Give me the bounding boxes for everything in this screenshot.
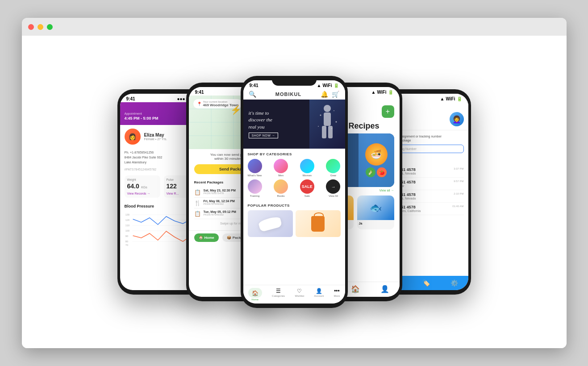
app-title: MOBIKUL (275, 92, 301, 97)
tab-home[interactable]: 🏠 Home (194, 233, 219, 242)
map-pin-icon: 📍 (197, 102, 202, 106)
package-icon-2: 🍴 (194, 200, 201, 206)
category-whats-new[interactable]: What's New (248, 159, 262, 177)
recipes-nav-user[interactable]: 👤 (380, 285, 389, 293)
svg-rect-21 (322, 126, 326, 138)
svg-point-23 (320, 115, 321, 116)
nav-more[interactable]: ••• More (332, 287, 342, 302)
maximize-button[interactable] (47, 24, 53, 30)
browser-titlebar (22, 18, 567, 36)
svg-point-24 (334, 110, 334, 111)
mobikul-hero: it's time todiscover thereal you SHOP NO… (243, 100, 345, 149)
product-shoe[interactable] (248, 210, 293, 237)
food-visual-3: 🍅 (377, 167, 387, 177)
browser-content: 9:41 ●●● ▲ 🔋 Appointment 4:45 PM - 5:00 … (22, 36, 567, 348)
popular-title: POPULAR PRODUCTS (248, 204, 341, 208)
category-women[interactable]: Women (300, 159, 314, 177)
weight-card: Weight 64.0 KGs View Records → (125, 175, 160, 198)
svg-text:70: 70 (125, 243, 128, 246)
recipe-card-2[interactable]: 🐟 Ja (357, 195, 394, 229)
account-nav-icon: 👤 (316, 288, 322, 294)
nav-more-label: More (334, 295, 340, 297)
svg-text:130: 130 (125, 213, 129, 216)
svg-text:120: 120 (125, 218, 129, 221)
svg-point-25 (335, 121, 337, 123)
svg-text:80: 80 (125, 240, 128, 242)
svg-text:110: 110 (125, 224, 129, 226)
nav-home[interactable]: 🏠 Home (246, 287, 264, 302)
shop-categories: SHOP BY CATEGORIES What's New Men (243, 149, 345, 202)
food-visual-1: 🍜 (365, 143, 388, 166)
search-icon[interactable]: 🔍 (249, 91, 256, 98)
food-visual-2: 🥬 (366, 167, 375, 177)
browser-window: 9:41 ●●● ▲ 🔋 Appointment 4:45 PM - 5:00 … (22, 18, 567, 348)
mobikul-bottom-nav: 🏠 Home ☰ Categories ♡ Wishlist (243, 285, 345, 304)
nav-account-label: Account (314, 295, 324, 297)
weight-unit: KGs (141, 186, 147, 189)
bell-icon[interactable]: 🔔 (321, 91, 328, 98)
home-icon: 🏠 (199, 236, 203, 240)
packages-icon: 📦 (227, 236, 231, 240)
category-gear[interactable]: Gear (326, 159, 340, 177)
svg-text:90: 90 (125, 234, 128, 237)
view-records-label2: View R... (167, 192, 179, 195)
view-records-btn[interactable]: View Records → (127, 192, 158, 195)
nav-categories-label: Categories (272, 295, 285, 297)
categories-title: SHOP BY CATEGORIES (248, 152, 341, 156)
category-training[interactable]: Training (248, 179, 262, 197)
patient-avatar: 👩 (125, 129, 141, 145)
add-button[interactable]: + (382, 105, 394, 118)
nav-categories[interactable]: ☰ Categories (270, 287, 287, 302)
phones-container: 9:41 ●●● ▲ 🔋 Appointment 4:45 PM - 5:00 … (49, 45, 540, 339)
bag-visual (311, 216, 325, 232)
nav-wishlist[interactable]: ♡ Wishlist (293, 287, 306, 302)
tracking-time-1: 3:37 PM (454, 167, 463, 170)
weight-label: Weight (127, 178, 158, 181)
men-circle (274, 159, 288, 173)
lightning-icon: ⚡ (230, 104, 242, 115)
mobikul-time: 9:41 (250, 83, 259, 88)
svg-point-26 (318, 126, 319, 127)
categories-row-2: Training Books SALE Sale → (248, 179, 341, 197)
nav-account[interactable]: 👤 Account (313, 287, 326, 302)
phone-notch (272, 76, 317, 86)
wishlist-nav-icon: ♡ (297, 288, 302, 294)
training-circle (248, 179, 262, 194)
cart-icon[interactable]: 🛒 (332, 91, 339, 98)
recipes-nav-home[interactable]: 🏠 (351, 285, 360, 293)
category-view-all[interactable]: → View All (326, 179, 340, 197)
food-visual-row: 🥬 🍅 (366, 167, 387, 177)
tracking-nav-tag[interactable]: 🏷️ (422, 279, 430, 287)
recipe-name-2: Ja (359, 222, 392, 225)
svg-point-19 (324, 105, 331, 112)
category-books[interactable]: Books (274, 179, 288, 197)
svg-rect-22 (328, 126, 333, 138)
hero-text-area: it's time todiscover thereal you SHOP NO… (243, 105, 309, 143)
category-sale[interactable]: SALE Sale (300, 179, 314, 197)
svg-rect-20 (324, 112, 331, 126)
delivery-time: 9:41 (195, 90, 204, 95)
patient-name: Eliza May (144, 133, 167, 137)
package-icon-1: 📋 (194, 189, 201, 195)
tracking-avatar: 👩‍🦱 (450, 112, 464, 126)
close-button[interactable] (28, 24, 34, 30)
svg-point-27 (331, 128, 332, 129)
shoe-visual (258, 215, 283, 232)
books-circle (274, 179, 288, 194)
hero-image (309, 100, 345, 149)
pulse-value: 122 (167, 183, 177, 190)
shop-now-button[interactable]: SHOP NOW → (249, 133, 279, 138)
categories-nav-icon: ☰ (276, 288, 281, 294)
category-men[interactable]: Men (274, 159, 288, 177)
recipe-img-2: 🐟 (357, 195, 394, 220)
whats-new-circle (248, 159, 262, 173)
more-nav-icon: ••• (334, 288, 340, 294)
minimize-button[interactable] (38, 24, 43, 30)
product-bag[interactable] (296, 210, 341, 237)
tracking-time-3: 2:10 PM (454, 192, 463, 195)
women-circle (300, 159, 314, 173)
phone-mobikul: 9:41 ▲ WiFi 🔋 🔍 MOBIKUL 🔔 🛒 (241, 76, 348, 308)
sale-circle: SALE (300, 179, 314, 194)
tracking-nav-settings[interactable]: ⚙️ (450, 279, 458, 287)
health-time: 9:41 (126, 96, 135, 101)
